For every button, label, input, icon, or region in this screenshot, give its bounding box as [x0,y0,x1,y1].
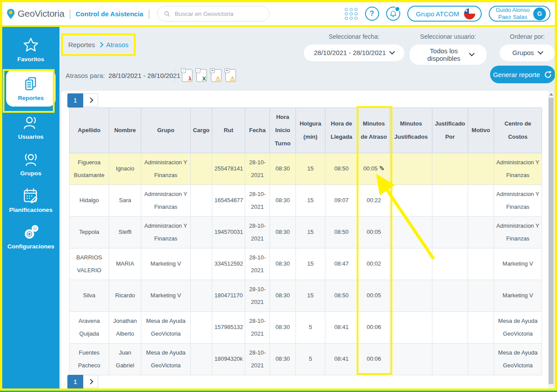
cell [468,153,494,185]
sidebar-item-label: Planificaciones [9,207,52,213]
cell: MARIA [109,248,141,280]
cell [390,217,432,248]
avatar: G [533,7,546,20]
cell: 08:30 [270,280,296,312]
chevron-down-icon [389,49,395,55]
cell: Administracion Y Finanzas [141,217,191,248]
column-header-9: Minutos de Atraso [358,108,390,153]
sidebar-item-reportes[interactable]: Reportes [6,70,55,107]
chevron-right-icon [88,97,93,103]
apps-grid-icon[interactable] [345,8,358,20]
sidebar-item-favoritos[interactable]: Favoritos [2,33,59,66]
cell: 15 [296,153,325,185]
user-filter-dropdown[interactable]: Todos los disponibles [409,44,487,65]
cell [468,280,494,312]
group-selector-button[interactable]: Grupo ATCOM ★ [407,6,482,22]
generate-report-button[interactable]: Generar reporte [490,66,555,83]
cell: Administracion Y Finanzas [494,217,542,248]
cell [191,344,212,375]
cell [390,153,432,185]
order-filter-label: Ordenar por: [500,33,555,40]
sidebar-item-usuarios[interactable]: Usuarios [2,111,59,143]
sidebar-item-configuraciones[interactable]: Configuraciones [2,220,59,253]
cell [191,312,212,344]
refresh-icon [544,70,552,79]
order-by-value: Grupos [512,49,534,56]
late-arrivals-table: ApellidoNombreGrupoCargoRutFechaHora Ini… [69,107,542,375]
export-excel-icon[interactable]: ↓X [196,69,207,82]
divider: | [69,8,71,19]
export-pdf-icon[interactable]: ↓λ [182,69,192,82]
cell [432,344,468,375]
cell: Ignacio [109,153,141,185]
cell [390,312,432,344]
cell: 18094320k [212,344,245,375]
cell: 28-10-2021 [245,312,270,344]
sidebar-item-planificaciones[interactable]: Planificaciones [2,184,59,216]
export-csv-warning-icon[interactable]: ➤⚠ [225,69,236,82]
pagination-top: 1 [67,93,98,107]
cell: 194570031 [212,217,245,248]
table-row: Aravena QuijadaJonathan AlbertoMesa de A… [70,312,542,344]
export-txt-warning-icon[interactable]: ➤⚠ [211,69,221,82]
calendar-pencil-icon [22,187,40,205]
cell: 165454677 [212,185,245,217]
cell: 28-10-2021 [245,248,270,280]
vertical-scrollbar[interactable] [548,91,554,388]
table-row: SilvaRicardoMarketing V18047117028-10-20… [70,280,542,312]
column-header-12: Motivo [468,108,494,153]
table-row: Figueroa BustamanteIgnacioAdministracion… [70,153,542,185]
sidebar-nav: Favoritos Reportes Usuarios Grupos Plani… [2,27,59,388]
column-header-8: Hora de Llegada [325,108,358,153]
column-header-10: Minutos Justificados [390,108,432,153]
cell: Fuentes Pacheco [70,344,109,375]
report-panel: 1 ApellidoNombreGrupoCargoRutFechaHora I… [61,91,554,388]
cell: 334512592 [212,248,245,280]
scroll-up-icon[interactable] [550,93,553,96]
column-header-2: Grupo [141,108,191,153]
cell: Marketing V [141,280,191,312]
scrollbar-thumb[interactable] [549,98,553,384]
cell: 08:50 [325,217,358,248]
sidebar-item-label: Grupos [20,170,41,177]
table-row: Fuentes PachecoJuan GabrielMesa de Ayuda… [70,344,542,375]
notifications-button[interactable] [386,7,400,21]
date-range-dropdown[interactable]: 28/10/2021 - 28/10/2021 [304,44,404,61]
cell: 09:07 [325,185,358,217]
reports-icon [22,75,40,93]
cell: 180471170 [212,280,245,312]
cell: Marketing V [141,248,191,280]
next-page-button[interactable] [83,375,98,388]
page-number-active[interactable]: 1 [67,375,83,389]
generate-report-label: Generar reporte [493,71,540,78]
user-menu-button[interactable]: Guido AlonsoPaez Salas G [489,6,550,22]
cell: 00:06 [358,344,390,375]
cell: Jonathan Alberto [109,312,141,344]
cell [468,217,494,248]
next-page-button[interactable] [83,93,98,107]
search-input[interactable] [174,10,263,18]
user-name: Guido AlonsoPaez Salas [496,7,530,20]
sidebar-item-grupos[interactable]: Grupos [2,147,59,180]
help-button[interactable]: ? [365,7,379,21]
user-filter-value: Todos los disponibles [422,47,465,63]
breadcrumb-parent[interactable]: Reportes [68,41,95,48]
edit-pencil-icon[interactable]: ✎ [378,165,385,171]
global-search[interactable] [157,6,269,22]
geovictoria-logo[interactable]: GeoVictoria [7,8,64,19]
cell [468,344,494,375]
cell [468,312,494,344]
divider: | [148,8,150,19]
breadcrumb: Reportes Atrasos [61,33,136,56]
cell: 15 [296,280,325,312]
date-range-value: 28/10/2021 - 28/10/2021 [314,49,386,56]
cell: Marketing V [494,280,542,312]
cell [468,248,494,280]
star-icon [22,36,40,55]
cell: 08:41 [325,344,358,375]
cell: 28-10-2021 [245,280,270,312]
page-number-active[interactable]: 1 [67,93,83,107]
order-by-dropdown[interactable]: Grupos [500,44,555,61]
cell [432,312,468,344]
chile-flag-icon: ★ [464,8,476,20]
